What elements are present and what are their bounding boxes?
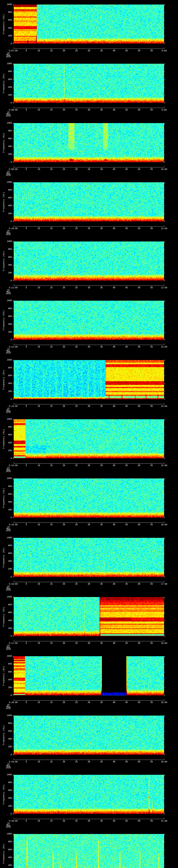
- y-axis-label: Frequency (Hz): [3, 478, 5, 518]
- spectrogram-day-view: { "window": {"background": "#000000", "a…: [0, 0, 178, 868]
- y-tick-label: 400: [2, 382, 12, 384]
- panel-start-time-label: 5:12:00: [9, 346, 18, 348]
- x-tick-label: 30: [88, 583, 90, 585]
- y-tick-mark-right: [164, 628, 165, 629]
- y-tick-mark-left: [12, 443, 14, 443]
- x-tick-label: 25: [75, 405, 78, 407]
- y-tick-mark-left: [12, 87, 14, 88]
- x-tick-label: 10: [37, 702, 40, 704]
- x-tick-label: 45: [125, 583, 128, 585]
- frame-corner-stub: [13, 457, 14, 459]
- frame-corner-stub: [13, 478, 14, 480]
- y-tick-mark-right: [164, 28, 165, 28]
- y-tick-label: 0: [2, 458, 12, 460]
- y-tick-mark-right: [164, 731, 165, 732]
- y-tick-label: 1000: [2, 300, 12, 302]
- spectrogram-canvas: [14, 834, 164, 868]
- y-tick-label: 0: [2, 694, 12, 696]
- spectrogram-panel-5-16-00: Frequency (Hz)10008006004002000510152025…: [0, 533, 178, 592]
- x-tick-label: 50: [138, 761, 140, 763]
- y-tick-label: 600: [2, 375, 12, 377]
- x-tick-label: 50: [138, 109, 140, 111]
- x-tick-label: 55: [150, 642, 153, 644]
- y-tick-mark-right: [164, 553, 165, 554]
- x-tick-label: 35: [100, 346, 102, 348]
- frame-corner-stub: [13, 42, 14, 44]
- y-tick-mark-left: [12, 95, 14, 95]
- y-tick-label: 400: [2, 323, 12, 325]
- y-tick-label: 200: [2, 509, 12, 511]
- date-label-year: 2015: [6, 411, 11, 413]
- frame-corner-stub: [13, 419, 14, 421]
- y-tick-label: 0: [2, 576, 12, 578]
- spectrogram-canvas: [14, 419, 164, 459]
- date-label-year: 2015: [6, 115, 11, 117]
- x-tick-label: 45: [125, 287, 128, 289]
- y-tick-mark-left: [12, 309, 14, 309]
- x-tick-label: 40: [113, 642, 115, 644]
- y-tick-label: 800: [2, 189, 12, 191]
- x-tick-label: 25: [75, 702, 78, 704]
- x-tick-label: 45: [125, 702, 128, 704]
- x-tick-label: 30: [88, 642, 90, 644]
- x-tick-label: 25: [75, 524, 78, 526]
- x-tick-label: 10: [37, 642, 40, 644]
- x-tick-label: 50: [138, 168, 140, 170]
- y-axis-label: Frequency (Hz): [3, 419, 5, 459]
- y-axis-label: Frequency (Hz): [3, 123, 5, 162]
- y-tick-mark-right: [164, 309, 165, 309]
- spectrogram-panel-5-10-00: Frequency (Hz)10008006004002000510152025…: [0, 178, 178, 237]
- x-tick-label: 15: [50, 761, 53, 763]
- frame-corner-stub: [13, 716, 14, 717]
- y-tick-mark-right: [164, 281, 165, 281]
- x-tick-label: 25: [75, 168, 78, 170]
- x-tick-label: 35: [100, 109, 102, 111]
- x-tick-label: 40: [113, 168, 115, 170]
- x-tick-label: 15: [50, 109, 53, 111]
- y-tick-label: 400: [2, 501, 12, 503]
- x-tick-label: 15: [50, 465, 53, 467]
- frame-corner-stub: [13, 538, 14, 539]
- x-tick-label: 30: [88, 761, 90, 763]
- x-tick-label: 50: [138, 820, 140, 822]
- x-tick-label: 20: [63, 109, 65, 111]
- y-tick-mark-right: [164, 154, 165, 155]
- y-tick-label: 1000: [2, 833, 12, 835]
- spectrogram-canvas: [14, 716, 164, 755]
- frame-corner-stub: [13, 813, 14, 814]
- date-label-year: 2015: [6, 470, 11, 472]
- y-tick-label: 800: [2, 545, 12, 547]
- panel-end-time-label: 8:00: [162, 50, 167, 52]
- y-tick-label: 800: [2, 841, 12, 843]
- y-tick-mark-right: [164, 427, 165, 427]
- y-tick-mark-left: [12, 316, 14, 317]
- y-tick-mark-right: [164, 546, 165, 546]
- x-tick-label: 10: [37, 405, 40, 407]
- x-tick-label: 55: [150, 50, 153, 52]
- y-tick-mark-left: [12, 510, 14, 510]
- y-tick-label: 800: [2, 426, 12, 428]
- y-tick-label: 0: [2, 754, 12, 756]
- x-tick-label: 20: [63, 465, 65, 467]
- x-tick-label: 55: [150, 287, 153, 289]
- y-tick-label: 0: [2, 280, 12, 282]
- x-tick-label: 15: [50, 346, 53, 348]
- x-tick-label: 5: [26, 168, 27, 170]
- y-tick-mark-right: [164, 865, 165, 866]
- panel-start-time-label: 5:07:00: [9, 50, 18, 52]
- x-tick-label: 50: [138, 702, 140, 704]
- x-tick-label: 35: [100, 761, 102, 763]
- x-tick-label: 50: [138, 227, 140, 230]
- x-tick-label: 40: [113, 583, 115, 585]
- frame-corner-stub: [13, 398, 14, 399]
- y-tick-label: 1000: [2, 537, 12, 539]
- y-tick-label: 1000: [2, 715, 12, 717]
- x-tick-label: 50: [138, 346, 140, 348]
- frame-corner-stub: [13, 64, 14, 65]
- x-tick-label: 40: [113, 109, 115, 111]
- date-label-year: 2015: [6, 352, 11, 354]
- frame-corner-stub: [13, 220, 14, 221]
- x-tick-label: 15: [50, 820, 53, 822]
- y-tick-mark-right: [164, 775, 165, 775]
- frame-corner-stub: [13, 242, 14, 243]
